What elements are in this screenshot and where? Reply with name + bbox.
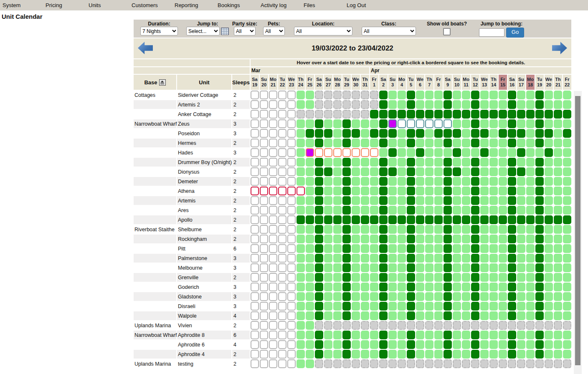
- calendar-cell[interactable]: [297, 350, 305, 359]
- calendar-cell[interactable]: [278, 187, 286, 195]
- calendar-cell[interactable]: [563, 91, 571, 99]
- calendar-cell[interactable]: [398, 206, 406, 215]
- calendar-cell[interactable]: [324, 331, 332, 339]
- calendar-cell[interactable]: [425, 187, 433, 195]
- calendar-cell[interactable]: [297, 139, 305, 147]
- calendar-cell[interactable]: [453, 350, 461, 359]
- calendar-cell[interactable]: [489, 139, 498, 147]
- calendar-cell[interactable]: [453, 292, 461, 301]
- calendar-cell[interactable]: [361, 215, 369, 224]
- duration-select[interactable]: 7 Nights: [140, 27, 178, 35]
- calendar-cell[interactable]: [508, 263, 516, 272]
- calendar-cell[interactable]: [535, 215, 544, 224]
- calendar-cell[interactable]: [480, 129, 489, 138]
- calendar-cell[interactable]: [361, 119, 369, 128]
- calendar-cell[interactable]: [370, 283, 378, 291]
- calendar-cell[interactable]: [398, 273, 406, 282]
- calendar-cell[interactable]: [407, 244, 415, 253]
- calendar-cell[interactable]: [563, 311, 571, 320]
- calendar-cell[interactable]: [342, 331, 351, 339]
- calendar-cell[interactable]: [526, 215, 535, 224]
- calendar-cell[interactable]: [324, 263, 332, 272]
- calendar-cell[interactable]: [352, 167, 360, 176]
- calendar-cell[interactable]: [398, 167, 406, 176]
- calendar-cell[interactable]: [526, 225, 535, 234]
- calendar-cell[interactable]: [508, 254, 516, 263]
- calendar-cell[interactable]: [554, 167, 562, 176]
- calendar-cell[interactable]: [425, 91, 433, 99]
- calendar-cell[interactable]: [370, 196, 378, 205]
- calendar-cell[interactable]: [297, 321, 305, 330]
- calendar-cell[interactable]: [361, 177, 369, 186]
- calendar-cell[interactable]: [361, 196, 369, 205]
- calendar-cell[interactable]: [462, 167, 470, 176]
- calendar-cell[interactable]: [333, 244, 342, 253]
- calendar-cell[interactable]: [416, 187, 424, 195]
- calendar-cell[interactable]: [370, 206, 378, 215]
- calendar-cell[interactable]: [342, 187, 351, 195]
- calendar-cell[interactable]: [517, 158, 525, 167]
- calendar-cell[interactable]: [434, 225, 443, 234]
- calendar-cell[interactable]: [563, 110, 571, 119]
- calendar-cell[interactable]: [489, 148, 498, 157]
- calendar-cell[interactable]: [370, 311, 378, 320]
- calendar-cell[interactable]: [306, 158, 314, 167]
- calendar-cell[interactable]: [352, 302, 360, 311]
- calendar-cell[interactable]: [297, 273, 305, 282]
- calendar-cell[interactable]: [508, 283, 516, 291]
- calendar-cell[interactable]: [379, 244, 388, 253]
- calendar-cell[interactable]: [333, 158, 342, 167]
- calendar-cell[interactable]: [379, 177, 388, 186]
- calendar-cell[interactable]: [489, 263, 498, 272]
- calendar-cell[interactable]: [471, 110, 479, 119]
- calendar-cell[interactable]: [324, 283, 332, 291]
- calendar-cell[interactable]: [306, 235, 314, 243]
- calendar-cell[interactable]: [425, 139, 433, 147]
- calendar-cell[interactable]: [545, 235, 553, 243]
- calendar-cell[interactable]: [545, 215, 553, 224]
- calendar-cell[interactable]: [508, 302, 516, 311]
- calendar-cell[interactable]: [535, 196, 544, 205]
- calendar-cell[interactable]: [361, 331, 369, 339]
- calendar-cell[interactable]: [398, 187, 406, 195]
- calendar-cell[interactable]: [388, 331, 397, 339]
- calendar-cell[interactable]: [297, 158, 305, 167]
- calendar-cell[interactable]: [416, 263, 424, 272]
- calendar-cell[interactable]: [425, 129, 433, 138]
- calendar-cell[interactable]: [324, 119, 332, 128]
- calendar-cell[interactable]: [306, 359, 314, 368]
- scrollbar-thumb[interactable]: [575, 96, 580, 365]
- calendar-cell[interactable]: [499, 283, 507, 291]
- calendar-cell[interactable]: [315, 302, 323, 311]
- calendar-cell[interactable]: [508, 340, 516, 349]
- calendar-cell[interactable]: [545, 273, 553, 282]
- calendar-cell[interactable]: [499, 254, 507, 263]
- calendar-cell[interactable]: [416, 91, 424, 99]
- calendar-cell[interactable]: [554, 215, 562, 224]
- calendar-cell[interactable]: [398, 254, 406, 263]
- calendar-cell[interactable]: [324, 292, 332, 301]
- calendar-cell[interactable]: [297, 244, 305, 253]
- calendar-cell[interactable]: [462, 215, 470, 224]
- calendar-cell[interactable]: [471, 331, 479, 339]
- calendar-cell[interactable]: [444, 292, 452, 301]
- calendar-cell[interactable]: [535, 167, 544, 176]
- calendar-cell[interactable]: [333, 302, 342, 311]
- calendar-cell[interactable]: [480, 263, 489, 272]
- calendar-cell[interactable]: [517, 148, 525, 157]
- calendar-cell[interactable]: [434, 340, 443, 349]
- calendar-cell[interactable]: [499, 263, 507, 272]
- calendar-cell[interactable]: [554, 110, 562, 119]
- calendar-cell[interactable]: [453, 331, 461, 339]
- calendar-cell[interactable]: [453, 235, 461, 243]
- calendar-picker-icon[interactable]: [221, 28, 229, 35]
- calendar-cell[interactable]: [444, 177, 452, 186]
- calendar-cell[interactable]: [471, 139, 479, 147]
- calendar-cell[interactable]: [489, 119, 498, 128]
- calendar-cell[interactable]: [471, 119, 479, 128]
- calendar-cell[interactable]: [471, 254, 479, 263]
- calendar-cell[interactable]: [526, 177, 535, 186]
- calendar-cell[interactable]: [480, 254, 489, 263]
- calendar-cell[interactable]: [407, 129, 415, 138]
- calendar-cell[interactable]: [315, 273, 323, 282]
